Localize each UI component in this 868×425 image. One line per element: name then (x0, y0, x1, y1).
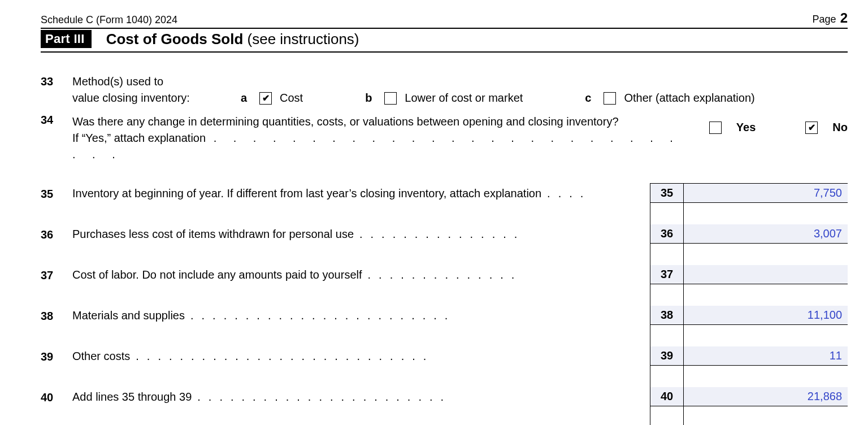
line-33-option-a-label: Cost (280, 92, 303, 105)
checkbox-33c[interactable] (604, 92, 616, 105)
page-indicator: Page 2 (813, 10, 848, 26)
line-35-leader-dots: .... (541, 186, 591, 201)
line-33-option-b-letter: b (365, 92, 372, 105)
line-33-option-b: b Lower of cost or market (365, 92, 523, 105)
checkbox-33b[interactable] (384, 92, 397, 105)
line-37-text: Cost of labor. Do not include any amount… (72, 265, 650, 284)
line-34-yes: Yes (709, 119, 756, 136)
line-36-box-number: 36 (650, 224, 684, 244)
line-33-option-a-letter: a (241, 92, 247, 105)
checkbox-34-yes[interactable] (709, 122, 722, 134)
line-40-box-number: 40 (650, 387, 684, 406)
line-34-number: 34 (41, 114, 72, 127)
line-35-number: 35 (41, 184, 72, 203)
line-34-options: Yes ✔ No (709, 119, 848, 136)
line-39-number: 39 (41, 346, 72, 366)
form-reference: Schedule C (Form 1040) 2024 (41, 14, 177, 26)
line-35-text: Inventory at beginning of year. If diffe… (72, 184, 650, 203)
checkbox-33a[interactable]: ✔ (259, 92, 272, 105)
line-33-number: 33 (41, 75, 72, 88)
row-spacer (41, 325, 848, 347)
checkbox-34-no[interactable]: ✔ (805, 122, 818, 134)
row-spacer (41, 366, 848, 388)
section-title-bold: Cost of Goods Sold (106, 31, 244, 47)
line-37: 37Cost of labor. Do not include any amou… (41, 265, 848, 284)
line-35-box-number: 35 (650, 184, 684, 203)
section-title-rest: (see instructions) (243, 31, 359, 47)
line-38-text: Materials and supplies..................… (72, 306, 650, 325)
line-39-amount[interactable]: 11 (684, 346, 848, 366)
row-spacer (41, 284, 848, 306)
line-38-amount[interactable]: 11,100 (684, 306, 848, 325)
line-36-text-content: Purchases less cost of items withdrawn f… (72, 228, 354, 240)
line-36-leader-dots: ............... (354, 227, 525, 241)
line-40-number: 40 (41, 387, 72, 406)
line-33-option-c: c Other (attach explanation) (585, 92, 754, 105)
row-spacer (41, 406, 848, 426)
form-body: 33 Method(s) used to value closing inven… (41, 75, 848, 425)
line-33-option-c-letter: c (585, 92, 591, 105)
line-34-question-1: Was there any change in determining quan… (72, 114, 699, 130)
line-38: 38Materials and supplies................… (41, 306, 848, 325)
line-39-box-number: 39 (650, 346, 684, 366)
line-33-text-1: Method(s) used to (72, 75, 848, 88)
line-34: 34 Was there any change in determining q… (41, 114, 848, 163)
part-label-box: Part III (41, 30, 92, 48)
line-34-no-label: No (832, 119, 848, 136)
line-40-leader-dots: ....................... (192, 389, 452, 404)
line-40-text: Add lines 35 through 39.................… (72, 387, 650, 406)
line-37-amount[interactable] (684, 265, 848, 284)
form-page: Schedule C (Form 1040) 2024 Page 2 Part … (41, 10, 848, 425)
line-33-option-a: a ✔ Cost (241, 92, 303, 105)
line-36: 36Purchases less cost of items withdrawn… (41, 224, 848, 244)
line-38-leader-dots: ........................ (185, 308, 455, 323)
line-33-option-c-label: Other (attach explanation) (624, 92, 754, 105)
line-40-text-content: Add lines 35 through 39 (72, 391, 192, 403)
page-label: Page (813, 14, 836, 25)
row-spacer (41, 244, 848, 266)
line-38-text-content: Materials and supplies (72, 309, 185, 322)
line-33-text-2: value closing inventory: (72, 92, 190, 105)
line-36-number: 36 (41, 224, 72, 244)
line-34-yes-label: Yes (736, 119, 756, 136)
line-39-text: Other costs........................... (72, 346, 650, 366)
line-39-leader-dots: ........................... (130, 349, 434, 363)
line-37-number: 37 (41, 265, 72, 284)
cogs-table: 35Inventory at beginning of year. If dif… (41, 183, 848, 425)
line-35-amount[interactable]: 7,750 (684, 184, 848, 203)
line-33: 33 Method(s) used to value closing inven… (41, 75, 848, 105)
line-40-amount[interactable]: 21,868 (684, 387, 848, 406)
line-37-leader-dots: .............. (362, 267, 523, 282)
line-38-box-number: 38 (650, 306, 684, 325)
line-34-no: ✔ No (805, 119, 848, 136)
line-37-text-content: Cost of labor. Do not include any amount… (72, 268, 362, 281)
line-34-question-2: If “Yes,” attach explanation (72, 132, 206, 144)
section-title: Cost of Goods Sold (see instructions) (106, 31, 359, 48)
line-36-text: Purchases less cost of items withdrawn f… (72, 224, 650, 244)
line-37-box-number: 37 (650, 265, 684, 284)
page-number: 2 (840, 10, 848, 25)
line-36-amount[interactable]: 3,007 (684, 224, 848, 244)
line-39: 39Other costs...........................… (41, 346, 848, 366)
line-35: 35Inventory at beginning of year. If dif… (41, 184, 848, 203)
line-40: 40Add lines 35 through 39...............… (41, 387, 848, 406)
line-39-text-content: Other costs (72, 350, 130, 362)
row-spacer (41, 203, 848, 225)
part-heading: Part III Cost of Goods Sold (see instruc… (41, 29, 848, 53)
form-header: Schedule C (Form 1040) 2024 Page 2 (41, 10, 848, 26)
line-33-option-b-label: Lower of cost or market (405, 92, 523, 105)
line-35-text-content: Inventory at beginning of year. If diffe… (72, 187, 541, 200)
line-38-number: 38 (41, 306, 72, 325)
